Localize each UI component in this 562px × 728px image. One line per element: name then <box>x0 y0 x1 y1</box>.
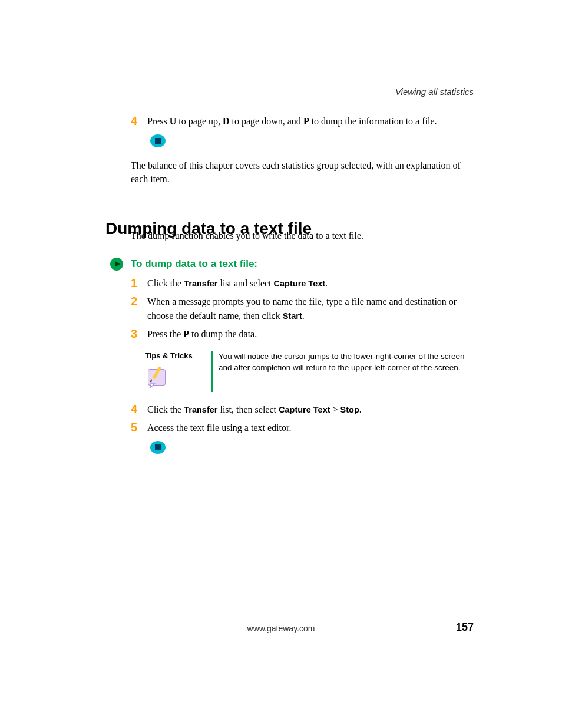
text: Press <box>147 116 170 126</box>
transfer-label: Transfer <box>184 279 217 288</box>
start-label: Start <box>283 311 302 321</box>
chapter-balance-paragraph: The balance of this chapter covers each … <box>131 159 472 186</box>
text: to page down, and <box>230 116 303 126</box>
text: Press the <box>147 329 183 339</box>
step-text: Click the Transfer list and select Captu… <box>147 276 472 290</box>
step-5: 5 Access the text file using a text edit… <box>131 421 472 434</box>
text: Click the <box>147 278 184 288</box>
step-number: 4 <box>131 114 147 127</box>
text: Click the <box>147 404 184 414</box>
step-4: 4 Click the Transfer list, then select C… <box>131 403 472 416</box>
text: > <box>330 404 340 414</box>
tips-tricks-block: Tips & Tricks You will notice the cursor… <box>145 351 472 392</box>
text: list, then select <box>217 404 279 414</box>
step-number: 2 <box>131 295 147 308</box>
step-1: 1 Click the Transfer list and select Cap… <box>131 276 472 290</box>
step-text: Click the Transfer list, then select Cap… <box>147 403 472 416</box>
page-header-section: Viewing all statistics <box>395 87 474 97</box>
text: . <box>302 311 305 321</box>
text: to page up, <box>176 116 223 126</box>
step-text: Press U to page up, D to page down, and … <box>147 114 472 128</box>
step-text: When a message prompts you to name the f… <box>147 295 472 322</box>
text: list and select <box>217 278 273 288</box>
end-of-procedure-icon <box>150 440 472 454</box>
footer-url: www.gateway.com <box>247 624 315 633</box>
text: to dump the information to a file. <box>309 116 437 126</box>
text: . <box>325 278 328 288</box>
procedure-heading-row: To dump data to a text file: <box>110 258 452 271</box>
key-u: U <box>170 116 177 126</box>
page-number: 157 <box>456 621 474 634</box>
end-of-procedure-icon <box>150 134 472 148</box>
capture-text-label: Capture Text <box>279 405 330 414</box>
svg-rect-1 <box>155 138 161 144</box>
intro-paragraph: The dump function enables you to write t… <box>131 229 472 242</box>
svg-rect-9 <box>155 444 161 450</box>
step-number: 3 <box>131 327 147 340</box>
page-footer: www.gateway.com 157 <box>0 623 562 634</box>
step-3: 3 Press the P to dump the data. <box>131 327 472 341</box>
key-p: P <box>183 329 189 339</box>
tips-divider <box>211 351 213 392</box>
transfer-label: Transfer <box>184 405 217 414</box>
stop-label: Stop <box>340 405 359 414</box>
capture-text-label: Capture Text <box>274 279 326 288</box>
text: . <box>359 404 362 414</box>
key-p: P <box>303 116 309 126</box>
pencil-note-icon <box>145 364 209 392</box>
step-number: 5 <box>131 421 147 434</box>
tips-text: You will notice the cursor jumps to the … <box>219 351 472 392</box>
step-text: Access the text file using a text editor… <box>147 421 472 434</box>
procedure-heading: To dump data to a text file: <box>131 258 257 270</box>
step-number: 1 <box>131 276 147 289</box>
top-step-4: 4 Press U to page up, D to page down, an… <box>131 114 472 128</box>
key-d: D <box>223 116 230 126</box>
tips-label: Tips & Tricks <box>145 351 209 360</box>
step-text: Press the P to dump the data. <box>147 327 472 341</box>
play-icon <box>110 258 123 271</box>
text: to dump the data. <box>189 329 257 339</box>
step-2: 2 When a message prompts you to name the… <box>131 295 472 322</box>
step-number: 4 <box>131 403 147 416</box>
